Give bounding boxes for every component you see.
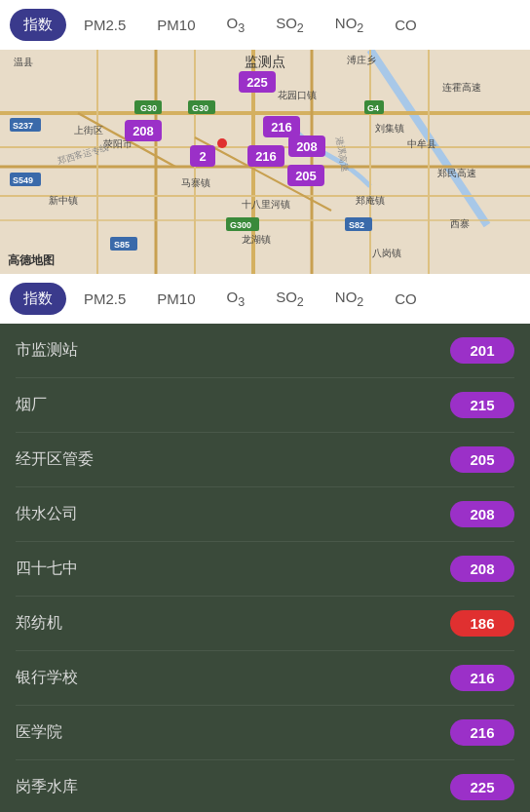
- top-tab-no2[interactable]: NO2: [322, 8, 377, 42]
- top-tab-so2[interactable]: SO2: [262, 8, 318, 42]
- bottom-tab-co[interactable]: CO: [381, 284, 431, 314]
- station-name: 岗季水库: [16, 777, 78, 797]
- list-item[interactable]: 市监测站201: [16, 324, 514, 378]
- bottom-tab-index[interactable]: 指数: [10, 283, 66, 315]
- svg-text:216: 216: [271, 120, 292, 135]
- bottom-tab-no2[interactable]: NO2: [322, 282, 377, 316]
- list-item[interactable]: 四十七中208: [16, 542, 514, 597]
- svg-text:G30: G30: [192, 103, 208, 113]
- svg-text:连霍高速: 连霍高速: [442, 82, 481, 93]
- svg-text:新中镇: 新中镇: [49, 195, 78, 206]
- top-tab-bar: 指数 PM2.5 PM10 O3 SO2 NO2 CO: [0, 0, 530, 50]
- map-title: 监测点: [245, 54, 285, 71]
- svg-text:花园口镇: 花园口镇: [278, 90, 317, 100]
- station-name: 供水公司: [16, 504, 78, 524]
- top-tab-co[interactable]: CO: [381, 10, 431, 40]
- bottom-tab-bar: 指数 PM2.5 PM10 O3 SO2 NO2 CO: [0, 274, 530, 324]
- svg-text:八岗镇: 八岗镇: [372, 248, 401, 258]
- svg-text:上街区: 上街区: [74, 125, 103, 135]
- svg-text:225: 225: [246, 75, 268, 90]
- list-item[interactable]: 岗季水库225: [16, 760, 514, 812]
- station-name: 烟厂: [16, 395, 47, 415]
- svg-point-50: [217, 138, 227, 148]
- svg-text:2: 2: [199, 149, 206, 164]
- svg-text:S82: S82: [349, 220, 364, 230]
- svg-text:马寨镇: 马寨镇: [181, 177, 210, 188]
- bottom-tab-o3[interactable]: O3: [213, 282, 259, 316]
- station-name: 四十七中: [16, 559, 78, 579]
- svg-text:高德地图: 高德地图: [8, 253, 55, 267]
- svg-text:S237: S237: [13, 121, 33, 131]
- top-tab-index[interactable]: 指数: [10, 9, 66, 41]
- station-value-badge: 225: [450, 774, 514, 800]
- svg-text:郑庵镇: 郑庵镇: [356, 195, 385, 206]
- station-name: 银行学校: [16, 668, 78, 688]
- bottom-tab-pm25[interactable]: PM2.5: [70, 284, 139, 314]
- station-value-badge: 208: [450, 556, 514, 582]
- svg-text:G30: G30: [140, 103, 157, 113]
- svg-text:龙湖镇: 龙湖镇: [242, 234, 271, 245]
- station-name: 郑纺机: [16, 613, 62, 634]
- station-value-badge: 216: [450, 719, 514, 746]
- svg-text:208: 208: [296, 139, 318, 154]
- bottom-tab-so2[interactable]: SO2: [262, 282, 318, 316]
- list-item[interactable]: 郑纺机186: [16, 597, 514, 651]
- svg-text:216: 216: [255, 149, 277, 164]
- svg-text:溥庄乡: 溥庄乡: [347, 55, 376, 65]
- station-value-badge: 216: [450, 665, 514, 691]
- station-value-badge: 186: [450, 610, 514, 637]
- station-name: 医学院: [16, 722, 62, 743]
- svg-text:205: 205: [295, 169, 317, 183]
- svg-text:郑民高速: 郑民高速: [437, 168, 476, 178]
- svg-text:中牟县: 中牟县: [407, 138, 436, 149]
- top-tab-pm10[interactable]: PM10: [143, 10, 208, 40]
- station-value-badge: 215: [450, 392, 514, 418]
- list-item[interactable]: 医学院216: [16, 706, 514, 760]
- svg-text:S549: S549: [13, 175, 33, 185]
- list-item[interactable]: 供水公司208: [16, 487, 514, 542]
- list-item[interactable]: 烟厂215: [16, 378, 514, 433]
- svg-text:S85: S85: [114, 240, 130, 250]
- map-container[interactable]: 监测点 G30 G30 G4 S237 S549: [0, 50, 530, 274]
- station-name: 市监测站: [16, 340, 78, 361]
- top-tab-pm25[interactable]: PM2.5: [70, 10, 139, 40]
- svg-text:208: 208: [132, 124, 154, 138]
- svg-text:西寨: 西寨: [450, 218, 470, 229]
- station-name: 经开区管委: [16, 449, 94, 470]
- list-item[interactable]: 银行学校216: [16, 651, 514, 706]
- svg-text:G300: G300: [230, 220, 251, 230]
- svg-text:十八里河镇: 十八里河镇: [242, 199, 290, 210]
- station-value-badge: 208: [450, 501, 514, 527]
- svg-text:温县: 温县: [14, 57, 33, 67]
- svg-text:刘集镇: 刘集镇: [375, 123, 404, 134]
- map-svg: G30 G30 G4 S237 S549 G300 S82 S85 温县 溥庄乡…: [0, 50, 530, 274]
- station-list: 市监测站201烟厂215经开区管委205供水公司208四十七中208郑纺机186…: [0, 324, 530, 812]
- station-value-badge: 201: [450, 337, 514, 364]
- svg-text:G4: G4: [367, 103, 379, 113]
- top-tab-o3[interactable]: O3: [213, 8, 259, 42]
- bottom-tab-pm10[interactable]: PM10: [143, 284, 208, 314]
- list-item[interactable]: 经开区管委205: [16, 433, 514, 487]
- station-value-badge: 205: [450, 446, 514, 473]
